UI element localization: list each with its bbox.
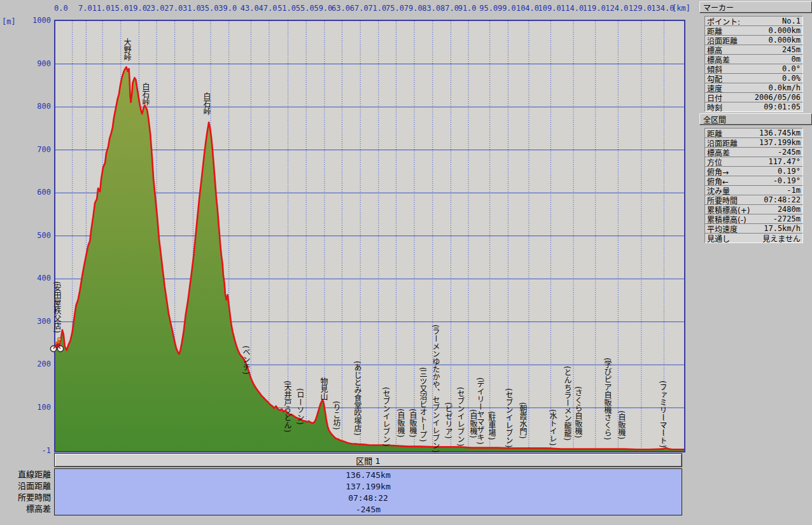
row-value: 17.5km/h xyxy=(764,224,801,233)
segment-bar-title: 区間 1 xyxy=(356,454,380,466)
poi-label: (安田屋秩父店) xyxy=(52,281,60,333)
poi-label: (セブンイレブン) xyxy=(456,387,464,446)
summary-value: -245m xyxy=(55,503,682,515)
poi-label: (学びピア自販機さくら) xyxy=(603,358,611,440)
segment-bar[interactable]: 区間 1 xyxy=(54,453,682,467)
y-tick-label: 200 xyxy=(18,360,51,368)
row-value: 0.0° xyxy=(782,64,801,73)
x-tick-label: 119.0 xyxy=(583,4,606,13)
x-tick-label: 59.0 xyxy=(314,4,332,13)
row-value: 245m xyxy=(782,45,801,54)
poi-label: (自販機) xyxy=(617,410,625,439)
poi-label: (とんちラーメン龍龍) xyxy=(563,366,571,440)
row-value: -1m xyxy=(787,186,801,195)
row-value: 09:01:05 xyxy=(764,102,801,111)
x-tick-label: 134.0 xyxy=(651,4,674,13)
poi-label: (ピゼリア) xyxy=(444,402,452,438)
row-value: 0m xyxy=(792,55,801,64)
row-value: 見えません xyxy=(762,233,801,244)
row-value: 07:48:22 xyxy=(764,195,801,204)
poi-label: (セブンイレブン) xyxy=(504,388,512,447)
x-tick-label: 114.0 xyxy=(561,4,584,13)
poi-label: (りこ坊) xyxy=(332,401,340,430)
x-axis-unit-label: [km] xyxy=(672,4,690,13)
y-tick-label: 400 xyxy=(18,274,51,283)
poi-label: (三ツ又沼ビオトープ) xyxy=(418,367,426,442)
poi-label: (ベンチ) xyxy=(241,346,249,374)
section-panel-title: 全区間 xyxy=(703,114,726,125)
x-tick-label: 43.0 xyxy=(241,4,259,13)
poi-label: (天井戸うどん) xyxy=(283,381,291,432)
x-tick-label: 15.0 xyxy=(110,4,129,13)
x-tick-label: 23.0 xyxy=(146,4,165,13)
x-tick-label: 63.0 xyxy=(332,4,350,13)
x-tick-label: 27.0 xyxy=(164,4,183,13)
row-value: -2725m xyxy=(773,214,801,223)
x-tick-label: 35.0 xyxy=(200,4,219,13)
x-tick-label: 109.0 xyxy=(538,4,561,13)
summary-label: 所要時間 xyxy=(0,492,51,503)
row-label: 見通し xyxy=(707,233,730,244)
poi-label: (デイリーヤマザキ) xyxy=(475,377,484,444)
row-value: 117.47° xyxy=(768,157,801,166)
x-tick-label: 55.0 xyxy=(296,4,314,13)
row-value: 137.199km xyxy=(759,138,801,147)
y-tick-label: 900 xyxy=(18,59,51,68)
x-tick-label: 51.0 xyxy=(277,4,296,13)
marker-table: ポイント:No.1距離0.000km沿面距離0.000km標高245m標高差0m… xyxy=(704,16,803,112)
poi-label: (自販機) xyxy=(408,409,416,437)
x-tick-label: 124.0 xyxy=(605,4,628,13)
summary-value: 136.745km xyxy=(55,469,682,480)
y-tick-label: 700 xyxy=(18,145,51,154)
x-tick-label: 7.0 xyxy=(78,4,92,13)
section-table: 距離136.745km沿面距離137.199km標高差-245m方位117.47… xyxy=(704,128,803,243)
poi-label: (水トイレ) xyxy=(548,409,556,445)
x-tick-label: 75.0 xyxy=(386,4,404,13)
x-tick-label: 79.0 xyxy=(404,4,423,13)
elevation-chart[interactable]: 大野峠白石峠白石峠(安田屋秩父店)(ベンチ)(天井戸うどん)(ローソン)物見山(… xyxy=(54,20,685,452)
y-tick-label: 800 xyxy=(18,102,51,111)
table-row: 見通し見えません xyxy=(704,233,803,243)
poi-label: (ローソン) xyxy=(295,388,304,424)
poi-label: 大野峠 xyxy=(122,38,130,61)
x-tick-label: 91.0 xyxy=(458,4,477,13)
row-value: 136.745km xyxy=(759,129,801,137)
x-tick-label: 71.0 xyxy=(368,4,386,13)
row-value: 2480m xyxy=(778,205,801,214)
x-tick-label: 47.0 xyxy=(258,4,277,13)
x-tick-label: 67.0 xyxy=(350,4,368,13)
y-tick-label: 300 xyxy=(18,317,51,326)
marker-panel-header[interactable]: マーカー xyxy=(699,1,812,13)
row-value: 0.0% xyxy=(782,74,801,83)
summary-label: 標高差 xyxy=(0,503,51,515)
marker-panel-title: マーカー xyxy=(703,2,734,13)
poi-label: 物見山 xyxy=(319,377,327,400)
poi-label: (自販機) xyxy=(396,409,404,437)
x-tick-label: 83.0 xyxy=(422,4,440,13)
poi-label: 白石峠 xyxy=(202,92,210,115)
summary-label: 直線距離 xyxy=(0,469,51,480)
x-tick-label: 129.0 xyxy=(629,4,652,13)
y-tick-label: 100 xyxy=(18,403,51,412)
summary-value: 137.199km xyxy=(55,480,682,492)
poi-label: 白石峠 xyxy=(141,83,149,106)
cyclist-icon xyxy=(50,335,66,353)
poi-label: (セブンイレブン) xyxy=(381,387,389,446)
y-tick-label: 500 xyxy=(18,231,51,240)
section-panel-header[interactable]: 全区間 xyxy=(699,113,812,125)
x-tick-label: 19.0 xyxy=(129,4,147,13)
poi-label: (あじとみ食堂吹塚店) xyxy=(353,361,361,435)
row-label: 時刻 xyxy=(707,102,722,113)
x-tick-label: 95.0 xyxy=(479,4,498,13)
poi-label: (駐車場) xyxy=(487,411,495,440)
row-value: 0.000km xyxy=(768,26,801,35)
y-axis-unit-label: [m] xyxy=(2,17,16,26)
row-value: No.1 xyxy=(782,17,801,25)
y-tick-label: 1000 xyxy=(18,16,51,25)
summary-label: 沿面距離 xyxy=(0,480,51,492)
row-value: -245m xyxy=(778,148,801,157)
row-value: 2006/05/06 xyxy=(755,93,801,102)
segment-summary-values: 136.745km137.199km07:48:22-245m xyxy=(54,468,682,515)
row-value: 0.19° xyxy=(778,167,801,176)
table-row: 時刻09:01:05 xyxy=(704,102,803,112)
